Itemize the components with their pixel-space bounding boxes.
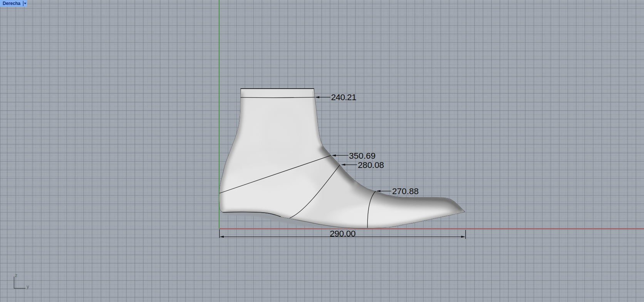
svg-text:z: z: [15, 272, 18, 278]
svg-text:Derecha: Derecha: [3, 1, 20, 6]
svg-text:270.88: 270.88: [392, 186, 419, 196]
svg-text:290.00: 290.00: [330, 229, 356, 238]
svg-text:240.21: 240.21: [331, 92, 357, 102]
svg-text:280.08: 280.08: [358, 160, 384, 170]
svg-text:y: y: [27, 284, 29, 289]
svg-text:350.69: 350.69: [349, 151, 376, 161]
